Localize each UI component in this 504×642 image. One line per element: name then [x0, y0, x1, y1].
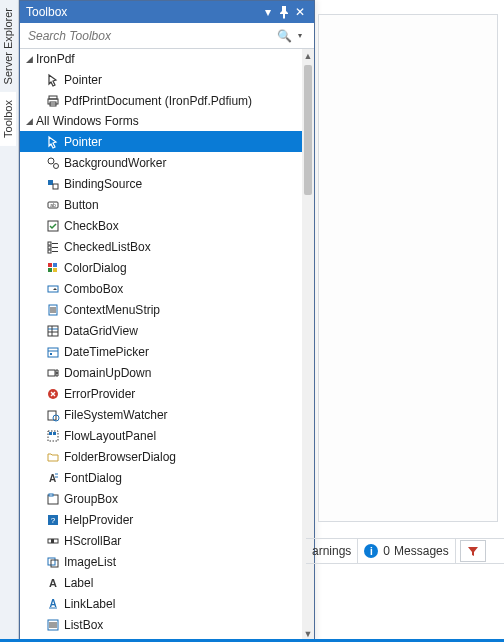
svg-point-3 — [48, 158, 54, 164]
scroll-up-icon[interactable]: ▲ — [302, 49, 314, 63]
context-icon — [42, 303, 64, 317]
category-header[interactable]: ◢All Windows Forms — [20, 111, 302, 131]
svg-rect-18 — [48, 268, 52, 272]
error-icon — [42, 387, 64, 401]
toolbox-item[interactable]: ?HelpProvider — [20, 509, 302, 530]
toolbox-item-label: LinkLabel — [64, 597, 115, 611]
domainud-icon — [42, 366, 64, 380]
toolbox-item[interactable]: ListBox — [20, 614, 302, 635]
toolbox-item-label: Pointer — [64, 73, 102, 87]
flow-icon — [42, 429, 64, 443]
toolbox-item[interactable]: BindingSource — [20, 173, 302, 194]
vtab-toolbox[interactable]: Toolbox — [0, 92, 16, 146]
fswatch-icon — [42, 408, 64, 422]
toolbox-item-label: FlowLayoutPanel — [64, 429, 156, 443]
toolbox-panel: Toolbox ▾ ✕ 🔍 ▾ ◢IronPdfPointerPdfPrintD… — [19, 0, 315, 642]
svg-rect-29 — [48, 348, 58, 357]
toolbox-item-label: HScrollBar — [64, 534, 121, 548]
search-dropdown-icon[interactable]: ▾ — [292, 31, 308, 40]
messages-chunk[interactable]: i 0 Messages — [358, 539, 455, 563]
svg-text:?: ? — [51, 516, 56, 525]
close-icon[interactable]: ✕ — [292, 4, 308, 20]
svg-rect-20 — [48, 286, 58, 292]
toolbox-item[interactable]: ALabel — [20, 572, 302, 593]
warnings-chunk[interactable]: arnings — [306, 539, 358, 563]
svg-text:A: A — [49, 577, 57, 589]
toolbox-item[interactable]: ErrorProvider — [20, 383, 302, 404]
filter-button[interactable] — [460, 540, 486, 562]
dropdown-icon[interactable]: ▾ — [260, 4, 276, 20]
toolbox-item[interactable]: FileSystemWatcher — [20, 404, 302, 425]
toolbox-item-label: CheckedListBox — [64, 240, 151, 254]
status-bar: arnings i 0 Messages — [306, 538, 504, 564]
scroll-thumb[interactable] — [304, 65, 312, 195]
toolbox-item[interactable]: abButton — [20, 194, 302, 215]
toolbox-item-label: ErrorProvider — [64, 387, 135, 401]
category-header[interactable]: ◢IronPdf — [20, 49, 302, 69]
toolbox-item[interactable]: ImageList — [20, 551, 302, 572]
labelA-icon: A — [42, 576, 64, 590]
help-icon: ? — [42, 513, 64, 527]
toolbox-item-label: ComboBox — [64, 282, 123, 296]
search-input[interactable] — [26, 28, 276, 44]
toolbox-item[interactable]: AFontDialog — [20, 467, 302, 488]
toolbox-item[interactable]: CheckedListBox — [20, 236, 302, 257]
checkedlist-icon — [42, 240, 64, 254]
svg-rect-16 — [48, 263, 52, 267]
toolbox-item[interactable]: GroupBox — [20, 488, 302, 509]
side-tab-strip: Server Explorer Toolbox — [0, 0, 19, 642]
linklabel-icon: A — [42, 597, 64, 611]
toolbox-item-label: PdfPrintDocument (IronPdf.Pdfium) — [64, 94, 252, 108]
svg-rect-32 — [48, 370, 55, 376]
svg-point-4 — [54, 163, 59, 168]
info-icon: i — [364, 544, 378, 558]
svg-rect-38 — [53, 432, 56, 435]
svg-text:A: A — [49, 598, 56, 609]
toolbox-item-label: GroupBox — [64, 492, 118, 506]
toolbox-item-label: DataGridView — [64, 324, 138, 338]
toolbox-item[interactable]: FlowLayoutPanel — [20, 425, 302, 446]
toolbox-item[interactable]: DomainUpDown — [20, 362, 302, 383]
toolbox-item[interactable]: CheckBox — [20, 215, 302, 236]
toolbox-item[interactable]: ContextMenuStrip — [20, 299, 302, 320]
panel-title: Toolbox — [26, 5, 260, 19]
toolbox-item-label: FileSystemWatcher — [64, 408, 168, 422]
toolbox-item-label: ImageList — [64, 555, 116, 569]
pin-icon[interactable] — [276, 4, 292, 20]
expand-icon: ◢ — [26, 54, 36, 64]
toolbox-tree: ◢IronPdfPointerPdfPrintDocument (IronPdf… — [20, 49, 314, 641]
toolbox-item[interactable]: BackgroundWorker — [20, 152, 302, 173]
toolbox-item[interactable]: FolderBrowserDialog — [20, 446, 302, 467]
search-row: 🔍 ▾ — [20, 23, 314, 49]
toolbox-item[interactable]: HScrollBar — [20, 530, 302, 551]
toolbox-item[interactable]: ComboBox — [20, 278, 302, 299]
toolbox-item[interactable]: Pointer — [20, 69, 302, 90]
datetime-icon — [42, 345, 64, 359]
listbox-icon — [42, 618, 64, 632]
toolbox-item[interactable]: DateTimePicker — [20, 341, 302, 362]
toolbox-item[interactable]: DataGridView — [20, 320, 302, 341]
checkbox-icon — [42, 219, 64, 233]
toolbox-item[interactable]: ColorDialog — [20, 257, 302, 278]
pointer-icon — [42, 135, 64, 149]
toolbox-item[interactable]: ALinkLabel — [20, 593, 302, 614]
svg-rect-47 — [51, 539, 54, 543]
colordlg-icon — [42, 261, 64, 275]
bindsrc-icon — [42, 177, 64, 191]
vtab-server-explorer[interactable]: Server Explorer — [0, 0, 16, 92]
toolbox-item[interactable]: Pointer — [20, 131, 302, 152]
toolbox-item[interactable]: PdfPrintDocument (IronPdf.Pdfium) — [20, 90, 302, 111]
toolbox-item-label: DomainUpDown — [64, 366, 151, 380]
toolbox-item-label: BindingSource — [64, 177, 142, 191]
toolbox-item-label: Label — [64, 576, 93, 590]
toolbox-item-label: FontDialog — [64, 471, 122, 485]
svg-rect-31 — [50, 353, 52, 355]
messages-label: Messages — [394, 544, 449, 558]
search-icon[interactable]: 🔍 — [276, 29, 292, 43]
svg-rect-17 — [53, 263, 57, 267]
background-pane — [318, 14, 498, 522]
svg-rect-6 — [53, 184, 58, 189]
svg-rect-37 — [49, 432, 52, 435]
pointer-icon — [42, 73, 64, 87]
toolbox-item-label: DateTimePicker — [64, 345, 149, 359]
